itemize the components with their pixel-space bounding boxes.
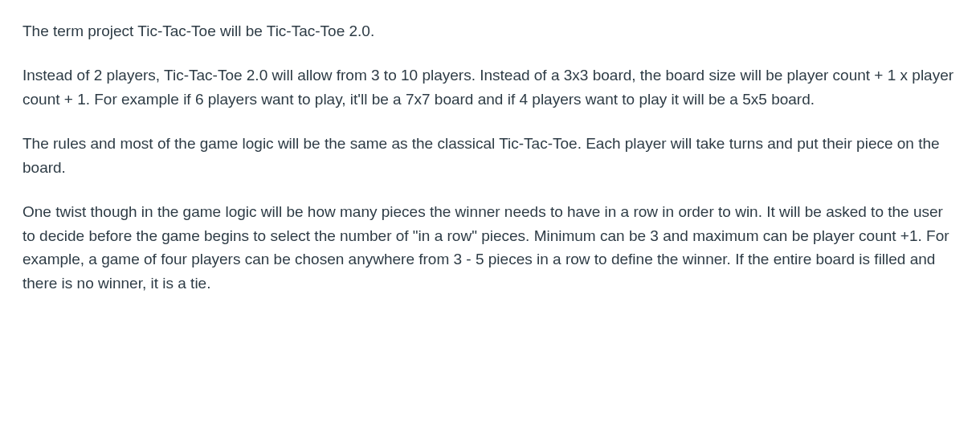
- paragraph-2: Instead of 2 players, Tic-Tac-Toe 2.0 wi…: [22, 63, 958, 111]
- paragraph-1: The term project Tic-Tac-Toe will be Tic…: [22, 19, 958, 43]
- document-content: The term project Tic-Tac-Toe will be Tic…: [22, 19, 958, 295]
- paragraph-3: The rules and most of the game logic wil…: [22, 132, 958, 179]
- paragraph-4: One twist though in the game logic will …: [22, 200, 958, 295]
